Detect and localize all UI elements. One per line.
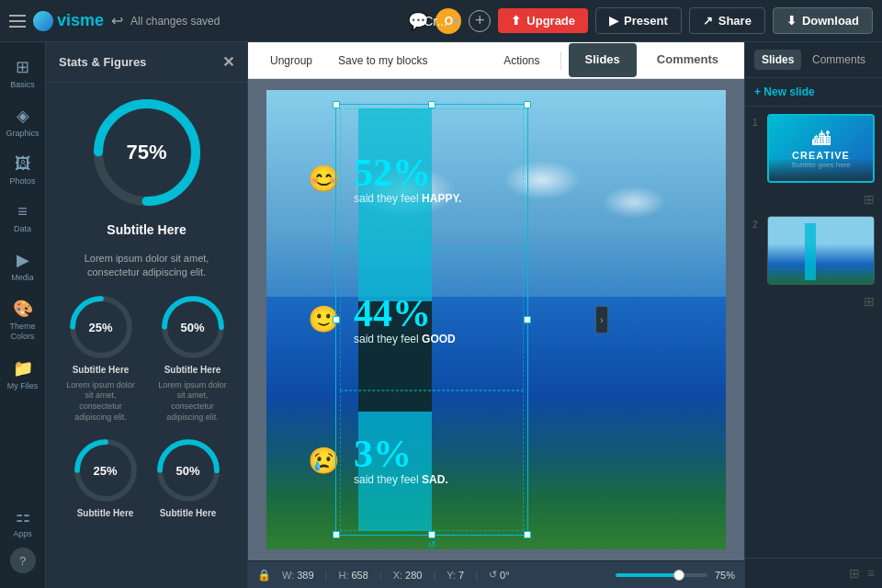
skyline-icon: 🏙 (812, 129, 831, 150)
sidebar-item-graphics-label: Graphics (6, 129, 39, 138)
canvas-slide[interactable]: 😊 🙂 😢 52% said they feel HAPPY. 44% said… (266, 90, 726, 549)
width-field: W: 389 (282, 570, 314, 581)
slide-2-thumbnail[interactable] (767, 216, 875, 285)
list-view-icon[interactable]: ≡ (867, 566, 875, 581)
donut-item-25: 25% Subtitle Here Lorem ipsum dolor sit … (64, 295, 138, 424)
sidebar-item-my-files[interactable]: 📁 My Files (0, 351, 46, 398)
small-donut-25: 25% (69, 295, 133, 359)
donut-sub-1b: Subtitle Here (164, 365, 221, 375)
stat-percent-happy: 52% (354, 153, 510, 192)
donut-sub-2a: Subtitle Here (77, 508, 134, 518)
sidebar-item-my-files-label: My Files (7, 381, 39, 390)
save-to-blocks-button[interactable]: Save to my blocks (325, 49, 440, 73)
comments-tab[interactable]: Comments (640, 43, 735, 77)
zoom-slider: 75% (521, 570, 735, 581)
add-person-icon[interactable]: + (469, 10, 491, 32)
navbar: visme ↩ All changes saved Cr... ▾ 💬 O + … (0, 0, 882, 42)
slide-1-number: 1 (752, 114, 763, 128)
present-button[interactable]: ▶ Present (595, 7, 682, 34)
help-button[interactable]: ? (10, 548, 36, 573)
sidebar-item-graphics[interactable]: ◈ Graphics (0, 98, 46, 145)
y-field: Y: 7 (447, 570, 464, 581)
height-field: H: 658 (338, 570, 368, 581)
lock-icon: 🔒 (257, 569, 271, 582)
neutral-emoji: 🙂 (303, 249, 345, 390)
ungroup-button[interactable]: Ungroup (257, 49, 325, 73)
y-value[interactable]: 7 (458, 570, 464, 581)
sidebar-item-data[interactable]: ≡ Data (0, 195, 46, 241)
toolbar-actions: Actions Slides Comments (491, 43, 735, 77)
small-donut-50a: 50% (161, 295, 225, 359)
sidebar-item-apps[interactable]: ⚏ Apps (0, 499, 46, 546)
slide-1-thumbnail[interactable]: 🏙 CREATIVE Subtitle goes here (767, 114, 875, 183)
share-button[interactable]: ↗ Share (689, 7, 765, 34)
stat-block-sad: 3% said they feel SAD. (340, 390, 524, 531)
sidebar-item-data-label: Data (14, 224, 31, 233)
sidebar-item-media[interactable]: ▶ Media (0, 243, 46, 289)
actions-button[interactable]: Actions (491, 49, 552, 73)
chevron-down-icon[interactable]: ▾ (453, 15, 458, 28)
sidebar-item-basics-label: Basics (10, 80, 35, 89)
download-button[interactable]: ⬇ Download (773, 7, 873, 34)
undo-icon[interactable]: ↩ (111, 12, 123, 29)
autosave-status: All changes saved (130, 15, 220, 28)
emoji-column: 😊 🙂 😢 (303, 108, 345, 531)
collapse-panel-button[interactable]: › (595, 306, 608, 334)
data-icon: ≡ (17, 202, 28, 221)
stats-panel: Stats & Figures ✕ 75% Subtitle Here Lore… (46, 42, 248, 588)
new-slide-button[interactable]: + New slide (745, 78, 882, 107)
donut-item-50b: 50% Subtitle Here (156, 438, 220, 518)
stat-block-good: 44% said they feel GOOD (340, 249, 524, 390)
panel-description: Lorem ipsum dolor sit amet, consectetur … (61, 252, 232, 280)
donut-desc-1b: Lorem ipsum dolor sit amet, consectetur … (156, 380, 230, 424)
panel-content: 75% Subtitle Here Lorem ipsum dolor sit … (46, 83, 247, 588)
slide-1-action-icon[interactable]: ⊞ (864, 192, 875, 207)
upgrade-button[interactable]: ⬆ Upgrade (498, 8, 588, 33)
slide-thumb-wrap-1: 1 🏙 CREATIVE Subtitle goes here (752, 114, 875, 183)
rotate-icon: ↺ (489, 569, 497, 581)
upgrade-icon: ⬆ (511, 14, 521, 28)
slides-panel-header: Slides Comments (745, 42, 882, 78)
toolbar-separator (560, 51, 561, 70)
theme-colors-icon: 🎨 (13, 299, 33, 319)
panel-close-button[interactable]: ✕ (222, 53, 234, 71)
grid-view-icon[interactable]: ⊞ (849, 566, 860, 581)
slide-2-bg (768, 217, 874, 284)
sidebar-item-theme-colors-label: ThemeColors (9, 322, 35, 342)
x-value[interactable]: 280 (405, 570, 422, 581)
sidebar-item-theme-colors[interactable]: 🎨 ThemeColors (0, 291, 46, 349)
panel-subtitle: Subtitle Here (107, 222, 186, 237)
menu-icon[interactable] (9, 15, 26, 28)
sidebar-item-photos-label: Photos (9, 176, 35, 186)
comments-tab-button[interactable]: Comments (805, 50, 873, 70)
apps-icon: ⚏ (16, 506, 30, 526)
rotate-value[interactable]: 0° (500, 570, 510, 581)
w-value[interactable]: 389 (297, 570, 313, 581)
doc-title[interactable]: Cr... (424, 14, 447, 28)
main-layout: ⊞ Basics ◈ Graphics 🖼 Photos ≡ Data ▶ Me… (0, 42, 882, 588)
slide-thumb-wrap-2: 2 (752, 216, 875, 285)
play-icon: ▶ (609, 14, 618, 28)
slides-tab-button[interactable]: Slides (754, 50, 801, 70)
zoom-track[interactable] (616, 573, 707, 577)
slides-tab[interactable]: Slides (569, 43, 637, 77)
slides-panel: Slides Comments + New slide 1 🏙 CREATIVE… (744, 42, 882, 588)
navbar-right: 💬 O + ⬆ Upgrade ▶ Present ↗ Share ⬇ Down… (408, 7, 873, 34)
zoom-thumb[interactable] (673, 570, 684, 581)
h-value[interactable]: 658 (351, 570, 368, 581)
rotation-field: ↺ 0° (489, 569, 510, 581)
stat-label-sad: said they feel SAD. (354, 473, 510, 486)
share-icon: ↗ (703, 14, 713, 28)
y-label: Y: (447, 570, 456, 581)
sidebar-item-basics[interactable]: ⊞ Basics (0, 50, 46, 96)
logo-text: visme (57, 11, 104, 30)
donut-desc-1a: Lorem ipsum dolor sit amet, consectetur … (64, 380, 138, 424)
x-field: X: 280 (393, 570, 423, 581)
big-donut-label: 75% (126, 141, 166, 164)
sidebar-item-photos[interactable]: 🖼 Photos (0, 147, 46, 193)
sidebar-item-apps-label: Apps (13, 529, 32, 538)
logo: visme (33, 11, 104, 31)
slide-2-action-icon[interactable]: ⊞ (864, 294, 875, 309)
panel-header: Stats & Figures ✕ (46, 42, 247, 83)
canvas-wrapper[interactable]: 😊 🙂 😢 52% said they feel HAPPY. 44% said… (248, 79, 744, 560)
